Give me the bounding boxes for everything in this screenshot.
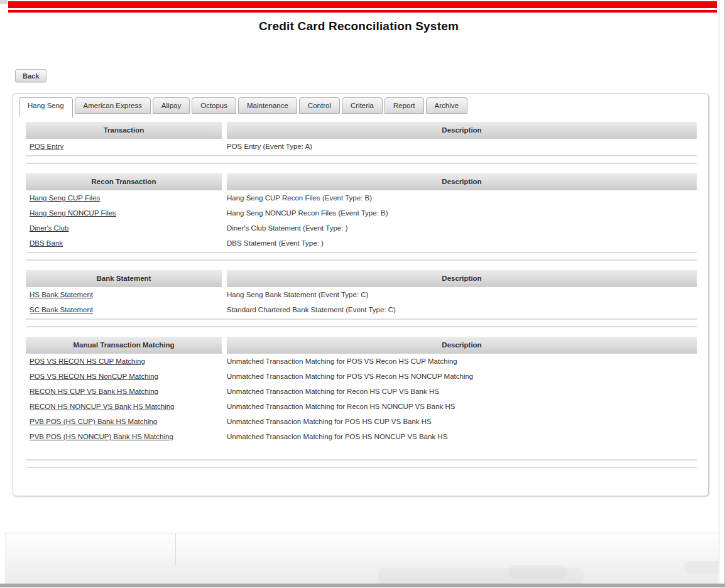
table-section-transaction: Transaction Description POS Entry POS En… [26, 122, 697, 164]
row-link-cell: RECON HS NONCUP VS Bank HS Matching [26, 403, 227, 410]
description-header: Description [227, 337, 697, 354]
row-description: Diner's Club Statement (Event Type: ) [227, 224, 697, 232]
transaction-link[interactable]: POS VS RECON HS CUP Matching [30, 357, 145, 365]
back-button[interactable]: Back [15, 69, 46, 82]
row-description: Unmatched Transaction Matching for Recon… [227, 388, 697, 395]
section-separator-rule [26, 326, 697, 327]
table-row: HS Bank Statement Hang Seng Bank Stateme… [26, 287, 697, 302]
table-row: PVB POS (HS NONCUP) Bank HS Matching Unm… [26, 429, 697, 444]
transaction-link[interactable]: RECON HS NONCUP VS Bank HS Matching [30, 403, 175, 410]
row-link-cell: DBS Bank [26, 239, 227, 247]
row-description: Standard Chartered Bank Statement (Event… [227, 306, 697, 313]
tab-label: American Express [84, 102, 142, 109]
row-link-cell: PVB POS (HS CUP) Bank HS Matching [26, 418, 227, 425]
transaction-link[interactable]: PVB POS (HS CUP) Bank HS Matching [30, 418, 157, 425]
row-link-cell: POS VS RECON HS CUP Matching [26, 357, 227, 365]
transaction-link[interactable]: POS VS RECON HS NonCUP Matching [30, 373, 158, 380]
table-body: HS Bank Statement Hang Seng Bank Stateme… [26, 287, 697, 317]
row-link-cell: POS Entry [26, 143, 227, 150]
transaction-link[interactable]: Hang Seng CUP Files [30, 194, 100, 202]
description-header: Description [227, 270, 697, 287]
transaction-link[interactable]: Diner's Club [30, 224, 68, 232]
section-separator-rule [26, 467, 697, 468]
tab-archive[interactable]: Archive [426, 97, 467, 114]
transaction-link[interactable]: Hang Seng NONCUP Files [30, 209, 116, 217]
row-link-cell: RECON HS CUP VS Bank HS Matching [26, 388, 227, 395]
table-header-row: Bank Statement Description [26, 270, 697, 287]
row-description: Hang Seng NONCUP Recon Files (Event Type… [227, 209, 697, 217]
row-link-cell: PVB POS (HS NONCUP) Bank HS Matching [26, 433, 227, 440]
table-header-row: Manual Transaction Matching Description [26, 337, 697, 354]
row-description: POS Entry (Event Type: A) [227, 143, 697, 150]
footer-watermark [508, 565, 568, 579]
row-link-cell: POS VS RECON HS NonCUP Matching [26, 373, 227, 380]
footer-divider [175, 533, 176, 565]
description-header: Description [227, 122, 697, 139]
tab-label: Alipay [161, 102, 181, 109]
transaction-link[interactable]: RECON HS CUP VS Bank HS Matching [30, 388, 158, 395]
window-corner-fragment [0, 0, 8, 4]
row-description: Hang Seng Bank Statement (Event Type: C) [227, 291, 697, 298]
section-title-header: Recon Transaction [26, 173, 222, 190]
table-row: RECON HS CUP VS Bank HS Matching Unmatch… [26, 384, 697, 399]
section-bottom-rule [26, 252, 697, 253]
sections-container: Transaction Description POS Entry POS En… [26, 122, 697, 468]
row-description: Unmatched Transacion Matching for POS HS… [227, 433, 697, 440]
section-title-header: Manual Transaction Matching [26, 337, 222, 354]
section-bottom-rule [26, 318, 697, 320]
section-title-header: Bank Statement [26, 270, 222, 287]
table-section-manual-transaction-matching: Manual Transaction Matching Description … [26, 337, 697, 468]
table-header-row: Recon Transaction Description [26, 173, 697, 190]
tab-american-express[interactable]: American Express [75, 97, 151, 114]
table-section-recon-transaction: Recon Transaction Description Hang Seng … [26, 173, 697, 261]
tab-criteria[interactable]: Criteria [342, 97, 383, 114]
tab-bar: Hang Seng American Express Alipay Octopu… [13, 94, 708, 117]
tab-control[interactable]: Control [299, 97, 340, 114]
row-link-cell: Hang Seng NONCUP Files [26, 209, 227, 217]
transaction-link[interactable]: DBS Bank [30, 239, 63, 247]
row-description: Unmatched Transaction Matching for Recon… [227, 403, 697, 410]
tab-label: Report [393, 102, 415, 109]
tab-label: Octopus [200, 102, 227, 109]
table-row: POS VS RECON HS CUP Matching Unmatched T… [26, 354, 697, 369]
tab-maintenance[interactable]: Maintenance [238, 97, 297, 114]
tab-panel: Hang Seng American Express Alipay Octopu… [13, 93, 709, 496]
table-row: POS VS RECON HS NonCUP Matching Unmatche… [26, 369, 697, 384]
page-title: Credit Card Reconciliation System [0, 19, 717, 33]
row-link-cell: Diner's Club [26, 224, 227, 232]
table-row: RECON HS NONCUP VS Bank HS Matching Unma… [26, 399, 697, 414]
tab-label: Maintenance [247, 102, 288, 109]
transaction-link[interactable]: SC Bank Statement [30, 306, 93, 313]
table-section-bank-statement: Bank Statement Description HS Bank State… [26, 270, 697, 327]
table-row: PVB POS (HS CUP) Bank HS Matching Unmatc… [26, 414, 697, 429]
table-row: Diner's Club Diner's Club Statement (Eve… [26, 220, 697, 236]
table-row: Hang Seng NONCUP Files Hang Seng NONCUP … [26, 205, 697, 220]
section-bottom-rule [26, 459, 697, 460]
section-separator-rule [26, 163, 697, 164]
tab-alipay[interactable]: Alipay [153, 97, 190, 114]
tab-hang-seng[interactable]: Hang Seng [19, 97, 73, 117]
bottom-scrollbar-track[interactable] [0, 584, 725, 587]
table-row: Hang Seng CUP Files Hang Seng CUP Recon … [26, 190, 697, 205]
row-link-cell: SC Bank Statement [26, 306, 227, 313]
footer-panel [5, 533, 718, 584]
row-description: Unmatched Transacion Matching for POS HS… [227, 418, 697, 425]
row-description: Unmatched Transaction Matching for POS V… [227, 373, 697, 380]
table-body: POS Entry POS Entry (Event Type: A) [26, 139, 697, 154]
transaction-link[interactable]: POS Entry [30, 143, 63, 150]
table-row: DBS Bank DBS Statement (Event Type: ) [26, 236, 697, 251]
row-link-cell: Hang Seng CUP Files [26, 194, 227, 202]
top-banner [8, 1, 717, 13]
table-body: Hang Seng CUP Files Hang Seng CUP Recon … [26, 190, 697, 251]
right-scrollbar-track[interactable] [719, 0, 725, 584]
tab-label: Control [308, 102, 331, 109]
transaction-link[interactable]: HS Bank Statement [30, 291, 93, 298]
section-title-header: Transaction [26, 122, 222, 139]
tab-octopus[interactable]: Octopus [192, 97, 236, 114]
section-bottom-rule [26, 155, 697, 156]
tab-label: Criteria [351, 102, 374, 109]
transaction-link[interactable]: PVB POS (HS NONCUP) Bank HS Matching [30, 433, 173, 440]
tab-report[interactable]: Report [384, 97, 424, 114]
row-description: DBS Statement (Event Type: ) [227, 239, 697, 247]
banner-bar-thin [8, 10, 717, 13]
